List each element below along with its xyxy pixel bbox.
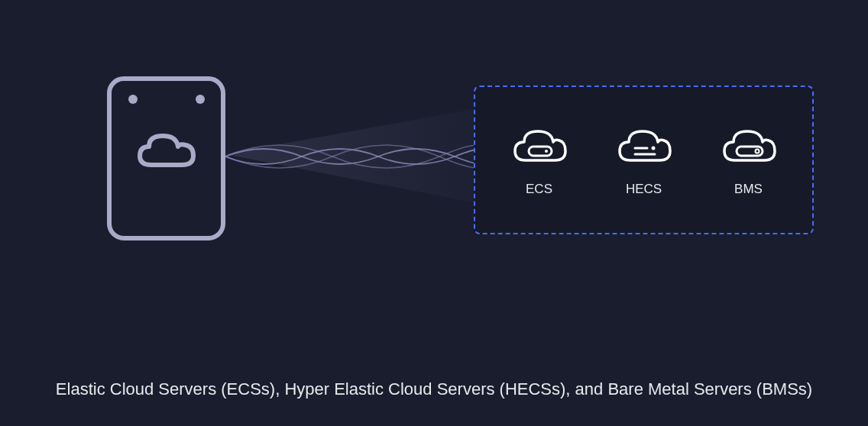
dot-icon xyxy=(128,95,138,104)
svg-point-6 xyxy=(755,149,759,153)
cloud-server-bms-icon xyxy=(718,124,779,168)
cloud-server-hecs-icon xyxy=(614,124,675,168)
cloud-icon xyxy=(132,127,201,173)
dot-icon xyxy=(196,95,205,104)
service-item-bms: BMS xyxy=(718,124,779,197)
service-item-hecs: HECS xyxy=(614,124,675,197)
service-label: HECS xyxy=(626,182,662,197)
service-label: ECS xyxy=(526,182,552,197)
source-server-card xyxy=(107,76,225,240)
wave-connection xyxy=(225,99,485,214)
card-dots xyxy=(128,95,205,104)
service-label: BMS xyxy=(734,182,763,197)
svg-point-1 xyxy=(545,150,548,153)
cloud-server-ecs-icon xyxy=(509,124,570,168)
services-box: ECS HECS BMS xyxy=(474,86,814,234)
svg-point-3 xyxy=(651,146,655,150)
cloud-services-diagram: ECS HECS BMS Elastic Cloud Servers (ECSs… xyxy=(0,0,868,426)
service-item-ecs: ECS xyxy=(509,124,570,197)
diagram-caption: Elastic Cloud Servers (ECSs), Hyper Elas… xyxy=(0,379,868,399)
svg-rect-0 xyxy=(529,147,552,156)
